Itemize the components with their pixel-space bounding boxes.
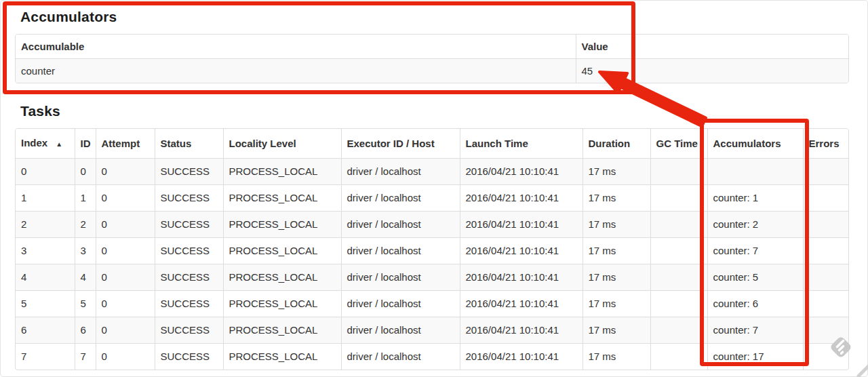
task-cell-status: SUCCESS (155, 212, 223, 238)
task-cell-errors (803, 264, 849, 291)
accumulator-row: counter 45 (16, 59, 849, 83)
task-cell-errors (803, 185, 849, 212)
task-cell-executor-id-host: driver / localhost (341, 264, 460, 291)
task-cell-locality-level: PROCESS_LOCAL (223, 159, 341, 185)
col-header-id[interactable]: ID (75, 129, 96, 159)
accumulable-name-cell: counter (16, 59, 576, 83)
task-cell-status: SUCCESS (155, 317, 223, 344)
task-cell-attempt: 0 (96, 212, 155, 238)
task-cell-launch-time: 2016/04/21 10:10:41 (460, 185, 583, 212)
task-cell-gc-time (650, 317, 707, 344)
task-cell-executor-id-host: driver / localhost (341, 317, 460, 344)
task-cell-launch-time: 2016/04/21 10:10:41 (460, 159, 583, 185)
task-row: 000SUCCESSPROCESS_LOCALdriver / localhos… (16, 159, 849, 185)
task-cell-executor-id-host: driver / localhost (341, 185, 460, 212)
tasks-section-title: Tasks (20, 103, 849, 119)
task-cell-status: SUCCESS (155, 238, 223, 264)
task-cell-id: 0 (75, 159, 96, 185)
task-cell-index: 6 (16, 317, 75, 344)
task-cell-id: 2 (75, 212, 96, 238)
task-cell-attempt: 0 (96, 344, 155, 370)
task-cell-id: 5 (75, 291, 96, 317)
task-cell-executor-id-host: driver / localhost (341, 238, 460, 264)
task-cell-attempt: 0 (96, 291, 155, 317)
task-cell-errors (803, 291, 849, 317)
task-cell-gc-time (650, 185, 707, 212)
tasks-header-row: Index▲ ID Attempt Status Locality Level … (16, 129, 849, 159)
task-row: 440SUCCESSPROCESS_LOCALdriver / localhos… (16, 264, 849, 291)
task-cell-errors (803, 344, 849, 370)
task-cell-executor-id-host: driver / localhost (341, 344, 460, 370)
task-cell-attempt: 0 (96, 185, 155, 212)
col-header-locality-level[interactable]: Locality Level (223, 129, 341, 159)
task-cell-duration: 17 ms (583, 317, 650, 344)
task-cell-status: SUCCESS (155, 185, 223, 212)
accumulators-table: Accumulable Value counter 45 (15, 34, 849, 83)
col-header-status[interactable]: Status (155, 129, 223, 159)
task-cell-executor-id-host: driver / localhost (341, 212, 460, 238)
task-cell-index: 5 (16, 291, 75, 317)
task-cell-id: 1 (75, 185, 96, 212)
task-cell-duration: 17 ms (583, 159, 650, 185)
task-cell-duration: 17 ms (583, 212, 650, 238)
task-cell-duration: 17 ms (583, 264, 650, 291)
task-cell-accumulators: counter: 2 (707, 212, 803, 238)
task-cell-gc-time (650, 264, 707, 291)
page-content: Accumulators Accumulable Value counter 4… (15, 0, 849, 370)
col-header-attempt[interactable]: Attempt (96, 129, 155, 159)
task-row: 660SUCCESSPROCESS_LOCALdriver / localhos… (16, 317, 849, 344)
col-header-duration[interactable]: Duration (583, 129, 650, 159)
task-cell-launch-time: 2016/04/21 10:10:41 (460, 212, 583, 238)
col-header-executor-id-host[interactable]: Executor ID / Host (341, 129, 460, 159)
col-header-value: Value (576, 35, 849, 59)
corner-resize-mark (856, 361, 868, 377)
col-header-launch-time[interactable]: Launch Time (460, 129, 583, 159)
task-cell-id: 6 (75, 317, 96, 344)
task-cell-errors (803, 317, 849, 344)
task-cell-index: 7 (16, 344, 75, 370)
task-cell-duration: 17 ms (583, 344, 650, 370)
col-header-accumulators[interactable]: Accumulators (707, 129, 803, 159)
task-cell-attempt: 0 (96, 317, 155, 344)
accumulators-header-row: Accumulable Value (16, 35, 849, 59)
task-cell-errors (803, 238, 849, 264)
col-header-errors[interactable]: Errors (803, 129, 849, 159)
task-cell-gc-time (650, 212, 707, 238)
task-cell-locality-level: PROCESS_LOCAL (223, 291, 341, 317)
tasks-table: Index▲ ID Attempt Status Locality Level … (15, 128, 849, 370)
accumulators-section-title: Accumulators (20, 9, 849, 25)
task-cell-launch-time: 2016/04/21 10:10:41 (460, 344, 583, 370)
task-cell-index: 1 (16, 185, 75, 212)
task-row: 550SUCCESSPROCESS_LOCALdriver / localhos… (16, 291, 849, 317)
task-cell-locality-level: PROCESS_LOCAL (223, 264, 341, 291)
task-cell-index: 2 (16, 212, 75, 238)
accumulable-value-cell: 45 (576, 59, 849, 83)
task-cell-accumulators: counter: 5 (707, 264, 803, 291)
task-cell-id: 4 (75, 264, 96, 291)
task-cell-accumulators (707, 159, 803, 185)
task-cell-index: 4 (16, 264, 75, 291)
task-row: 110SUCCESSPROCESS_LOCALdriver / localhos… (16, 185, 849, 212)
task-row: 220SUCCESSPROCESS_LOCALdriver / localhos… (16, 212, 849, 238)
task-cell-status: SUCCESS (155, 291, 223, 317)
task-cell-attempt: 0 (96, 238, 155, 264)
task-cell-status: SUCCESS (155, 159, 223, 185)
task-cell-accumulators: counter: 7 (707, 238, 803, 264)
task-cell-status: SUCCESS (155, 344, 223, 370)
task-row: 330SUCCESSPROCESS_LOCALdriver / localhos… (16, 238, 849, 264)
task-cell-duration: 17 ms (583, 185, 650, 212)
col-header-index-label: Index (21, 137, 47, 148)
task-cell-locality-level: PROCESS_LOCAL (223, 212, 341, 238)
task-cell-gc-time (650, 291, 707, 317)
col-header-gc-time[interactable]: GC Time (650, 129, 707, 159)
task-cell-errors (803, 212, 849, 238)
col-header-index[interactable]: Index▲ (16, 129, 75, 159)
spark-ui-page: Accumulators Accumulable Value counter 4… (0, 0, 868, 377)
task-cell-locality-level: PROCESS_LOCAL (223, 344, 341, 370)
task-cell-launch-time: 2016/04/21 10:10:41 (460, 238, 583, 264)
sort-ascending-icon: ▲ (56, 140, 62, 148)
task-cell-launch-time: 2016/04/21 10:10:41 (460, 291, 583, 317)
task-cell-attempt: 0 (96, 159, 155, 185)
task-cell-executor-id-host: driver / localhost (341, 159, 460, 185)
task-cell-accumulators: counter: 1 (707, 185, 803, 212)
